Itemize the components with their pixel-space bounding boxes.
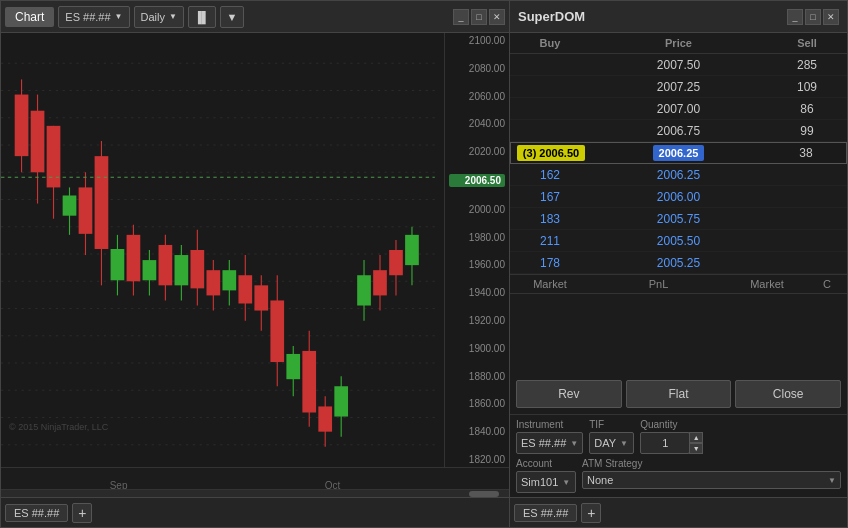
chart-bottom: Sep Oct [1,467,509,497]
svg-rect-22 [63,195,77,215]
ask-price-3: 2006.75 [590,122,767,140]
svg-rect-32 [143,260,157,280]
account-arrow-icon: ▼ [562,478,570,487]
svg-rect-60 [373,270,387,295]
quantity-input[interactable]: 1 [640,432,690,454]
bid-price-0: 2006.25 [590,166,767,184]
pnl-action[interactable]: PnL [590,278,727,290]
market-sell-action[interactable]: Market [727,278,807,290]
bid-price-3: 2005.50 [590,232,767,250]
instrument-arrow-icon: ▼ [570,439,578,448]
ask-row-0[interactable]: 2007.50 285 [510,54,847,76]
instrument-label: Instrument [516,419,583,430]
price-1880: 1880.00 [449,371,505,382]
current-price-row[interactable]: (3) 2006.50 2006.25 38 [510,142,847,164]
superdom-add-tab-btn[interactable]: + [581,503,601,523]
chart-type-icon[interactable]: ▐▌ [188,6,216,28]
svg-rect-52 [302,351,316,413]
bid-row-0[interactable]: 162 2006.25 [510,164,847,186]
svg-rect-16 [15,95,29,157]
chart-footer-tab[interactable]: ES ##.## [5,504,68,522]
cancel-action[interactable]: C [807,278,847,290]
bid-price-4: 2005.25 [590,254,767,272]
svg-rect-20 [47,126,61,188]
price-2020: 2020.00 [449,146,505,157]
bid-sell-0 [767,173,847,177]
chart-add-tab-btn[interactable]: + [72,503,92,523]
superdom-panel: SuperDOM _ □ ✕ Buy Price Sell 2007.50 28… [510,0,848,528]
dom-header-buy: Buy [510,37,590,49]
svg-rect-36 [175,255,189,285]
chart-tab[interactable]: Chart [5,7,54,27]
bid-row-2[interactable]: 183 2005.75 [510,208,847,230]
chart-minimize-btn[interactable]: _ [453,9,469,25]
superdom-footer-tab[interactable]: ES ##.## [514,504,577,522]
quantity-spinner: ▲ ▼ [689,432,703,454]
ask-buy-0 [510,63,590,67]
svg-rect-18 [31,111,45,173]
bid-row-3[interactable]: 211 2005.50 [510,230,847,252]
quantity-up-btn[interactable]: ▲ [689,432,703,443]
bid-buy-4: 178 [510,254,590,272]
chart-scrollbar[interactable] [1,489,509,497]
account-label: Account [516,458,576,469]
superdom-maximize-btn[interactable]: □ [805,9,821,25]
symbol-arrow-icon: ▼ [115,12,123,21]
flat-button[interactable]: Flat [626,380,732,408]
chart-extra-dropdown[interactable]: ▼ [220,6,245,28]
price-1980: 1980.00 [449,232,505,243]
chart-scrollbar-thumb[interactable] [469,491,499,497]
bid-buy-2: 183 [510,210,590,228]
timeframe-label: Daily [141,11,165,23]
bid-row-1[interactable]: 167 2006.00 [510,186,847,208]
atm-label: ATM Strategy [582,458,841,469]
svg-rect-58 [357,275,371,305]
symbol-dropdown[interactable]: ES ##.## ▼ [58,6,129,28]
atm-value: None [587,474,613,486]
rev-button[interactable]: Rev [516,380,622,408]
quantity-down-btn[interactable]: ▼ [689,443,703,454]
ask-row-1[interactable]: 2007.25 109 [510,76,847,98]
svg-rect-38 [191,250,205,288]
chart-maximize-btn[interactable]: □ [471,9,487,25]
superdom-minimize-btn[interactable]: _ [787,9,803,25]
ask-buy-1 [510,85,590,89]
timeframe-arrow-icon: ▼ [169,12,177,21]
bid-buy-3: 211 [510,232,590,250]
chart-area: 2100.00 2080.00 2060.00 2040.00 2020.00 … [1,33,509,467]
copyright-text: © 2015 NinjaTrader, LLC [9,422,108,432]
price-1960: 1960.00 [449,259,505,270]
quantity-group: Quantity 1 ▲ ▼ [640,419,703,454]
account-select[interactable]: Sim101 ▼ [516,471,576,493]
atm-select[interactable]: None ▼ [582,471,841,489]
current-buy-cell: (3) 2006.50 [511,143,591,163]
svg-rect-56 [334,386,348,416]
symbol-label: ES ##.## [65,11,110,23]
quantity-label: Quantity [640,419,703,430]
chart-extra-arrow-icon: ▼ [227,11,238,23]
ask-row-2[interactable]: 2007.00 86 [510,98,847,120]
bid-sell-4 [767,261,847,265]
tif-select[interactable]: DAY ▼ [589,432,634,454]
svg-rect-46 [254,285,268,310]
bid-row-4[interactable]: 178 2005.25 [510,252,847,274]
quantity-input-group: 1 ▲ ▼ [640,432,703,454]
dom-header-price: Price [590,37,767,49]
bid-buy-1: 167 [510,188,590,206]
price-1900: 1900.00 [449,343,505,354]
market-buy-action[interactable]: Market [510,278,590,290]
ask-row-3[interactable]: 2006.75 99 [510,120,847,142]
svg-rect-50 [286,354,300,379]
svg-rect-40 [206,270,220,295]
svg-rect-48 [270,300,284,362]
svg-rect-42 [222,270,236,290]
ask-sell-3: 99 [767,122,847,140]
svg-rect-64 [405,235,419,265]
chart-close-btn[interactable]: ✕ [489,9,505,25]
current-sell-cell: 38 [766,144,846,162]
instrument-group: Instrument ES ##.## ▼ [516,419,583,454]
close-button[interactable]: Close [735,380,841,408]
superdom-close-btn[interactable]: ✕ [823,9,839,25]
instrument-select[interactable]: ES ##.## ▼ [516,432,583,454]
timeframe-dropdown[interactable]: Daily ▼ [134,6,184,28]
